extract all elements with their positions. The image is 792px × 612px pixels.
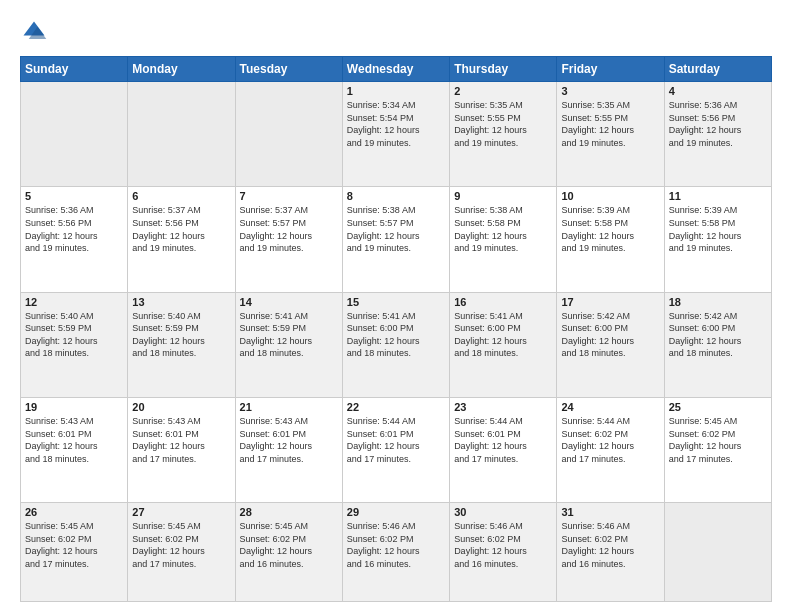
calendar-cell bbox=[128, 82, 235, 187]
calendar-cell: 23Sunrise: 5:44 AM Sunset: 6:01 PM Dayli… bbox=[450, 397, 557, 502]
day-number: 9 bbox=[454, 190, 552, 202]
calendar-week-row: 19Sunrise: 5:43 AM Sunset: 6:01 PM Dayli… bbox=[21, 397, 772, 502]
calendar-cell: 5Sunrise: 5:36 AM Sunset: 5:56 PM Daylig… bbox=[21, 187, 128, 292]
calendar-cell: 18Sunrise: 5:42 AM Sunset: 6:00 PM Dayli… bbox=[664, 292, 771, 397]
calendar-cell: 3Sunrise: 5:35 AM Sunset: 5:55 PM Daylig… bbox=[557, 82, 664, 187]
day-info: Sunrise: 5:36 AM Sunset: 5:56 PM Dayligh… bbox=[669, 99, 767, 149]
calendar-cell: 28Sunrise: 5:45 AM Sunset: 6:02 PM Dayli… bbox=[235, 503, 342, 602]
calendar-cell bbox=[235, 82, 342, 187]
day-info: Sunrise: 5:37 AM Sunset: 5:56 PM Dayligh… bbox=[132, 204, 230, 254]
calendar-week-row: 5Sunrise: 5:36 AM Sunset: 5:56 PM Daylig… bbox=[21, 187, 772, 292]
day-number: 20 bbox=[132, 401, 230, 413]
calendar-week-row: 1Sunrise: 5:34 AM Sunset: 5:54 PM Daylig… bbox=[21, 82, 772, 187]
day-info: Sunrise: 5:35 AM Sunset: 5:55 PM Dayligh… bbox=[561, 99, 659, 149]
day-info: Sunrise: 5:43 AM Sunset: 6:01 PM Dayligh… bbox=[132, 415, 230, 465]
calendar-cell: 1Sunrise: 5:34 AM Sunset: 5:54 PM Daylig… bbox=[342, 82, 449, 187]
calendar-cell: 30Sunrise: 5:46 AM Sunset: 6:02 PM Dayli… bbox=[450, 503, 557, 602]
day-number: 22 bbox=[347, 401, 445, 413]
calendar-cell: 12Sunrise: 5:40 AM Sunset: 5:59 PM Dayli… bbox=[21, 292, 128, 397]
day-number: 13 bbox=[132, 296, 230, 308]
day-info: Sunrise: 5:45 AM Sunset: 6:02 PM Dayligh… bbox=[669, 415, 767, 465]
day-number: 23 bbox=[454, 401, 552, 413]
day-info: Sunrise: 5:41 AM Sunset: 6:00 PM Dayligh… bbox=[347, 310, 445, 360]
day-number: 31 bbox=[561, 506, 659, 518]
day-info: Sunrise: 5:38 AM Sunset: 5:58 PM Dayligh… bbox=[454, 204, 552, 254]
day-info: Sunrise: 5:46 AM Sunset: 6:02 PM Dayligh… bbox=[454, 520, 552, 570]
calendar-cell: 7Sunrise: 5:37 AM Sunset: 5:57 PM Daylig… bbox=[235, 187, 342, 292]
col-header-thursday: Thursday bbox=[450, 57, 557, 82]
day-number: 21 bbox=[240, 401, 338, 413]
calendar-cell: 26Sunrise: 5:45 AM Sunset: 6:02 PM Dayli… bbox=[21, 503, 128, 602]
day-number: 28 bbox=[240, 506, 338, 518]
calendar-cell: 6Sunrise: 5:37 AM Sunset: 5:56 PM Daylig… bbox=[128, 187, 235, 292]
day-number: 10 bbox=[561, 190, 659, 202]
day-number: 3 bbox=[561, 85, 659, 97]
calendar-cell: 21Sunrise: 5:43 AM Sunset: 6:01 PM Dayli… bbox=[235, 397, 342, 502]
day-number: 30 bbox=[454, 506, 552, 518]
day-info: Sunrise: 5:42 AM Sunset: 6:00 PM Dayligh… bbox=[669, 310, 767, 360]
calendar-cell: 19Sunrise: 5:43 AM Sunset: 6:01 PM Dayli… bbox=[21, 397, 128, 502]
day-number: 7 bbox=[240, 190, 338, 202]
col-header-monday: Monday bbox=[128, 57, 235, 82]
day-info: Sunrise: 5:39 AM Sunset: 5:58 PM Dayligh… bbox=[669, 204, 767, 254]
calendar-cell: 31Sunrise: 5:46 AM Sunset: 6:02 PM Dayli… bbox=[557, 503, 664, 602]
day-number: 11 bbox=[669, 190, 767, 202]
day-info: Sunrise: 5:36 AM Sunset: 5:56 PM Dayligh… bbox=[25, 204, 123, 254]
calendar-header-row: SundayMondayTuesdayWednesdayThursdayFrid… bbox=[21, 57, 772, 82]
day-number: 15 bbox=[347, 296, 445, 308]
day-info: Sunrise: 5:45 AM Sunset: 6:02 PM Dayligh… bbox=[25, 520, 123, 570]
day-number: 19 bbox=[25, 401, 123, 413]
day-info: Sunrise: 5:38 AM Sunset: 5:57 PM Dayligh… bbox=[347, 204, 445, 254]
day-info: Sunrise: 5:45 AM Sunset: 6:02 PM Dayligh… bbox=[132, 520, 230, 570]
calendar-cell: 13Sunrise: 5:40 AM Sunset: 5:59 PM Dayli… bbox=[128, 292, 235, 397]
day-info: Sunrise: 5:44 AM Sunset: 6:02 PM Dayligh… bbox=[561, 415, 659, 465]
day-number: 18 bbox=[669, 296, 767, 308]
day-info: Sunrise: 5:45 AM Sunset: 6:02 PM Dayligh… bbox=[240, 520, 338, 570]
calendar-cell: 8Sunrise: 5:38 AM Sunset: 5:57 PM Daylig… bbox=[342, 187, 449, 292]
day-number: 16 bbox=[454, 296, 552, 308]
day-info: Sunrise: 5:40 AM Sunset: 5:59 PM Dayligh… bbox=[25, 310, 123, 360]
day-number: 2 bbox=[454, 85, 552, 97]
calendar-cell bbox=[21, 82, 128, 187]
calendar-cell: 29Sunrise: 5:46 AM Sunset: 6:02 PM Dayli… bbox=[342, 503, 449, 602]
day-info: Sunrise: 5:46 AM Sunset: 6:02 PM Dayligh… bbox=[561, 520, 659, 570]
col-header-wednesday: Wednesday bbox=[342, 57, 449, 82]
day-info: Sunrise: 5:37 AM Sunset: 5:57 PM Dayligh… bbox=[240, 204, 338, 254]
day-number: 17 bbox=[561, 296, 659, 308]
calendar-cell bbox=[664, 503, 771, 602]
col-header-friday: Friday bbox=[557, 57, 664, 82]
day-number: 4 bbox=[669, 85, 767, 97]
calendar-week-row: 12Sunrise: 5:40 AM Sunset: 5:59 PM Dayli… bbox=[21, 292, 772, 397]
day-number: 24 bbox=[561, 401, 659, 413]
day-info: Sunrise: 5:40 AM Sunset: 5:59 PM Dayligh… bbox=[132, 310, 230, 360]
logo bbox=[20, 18, 52, 46]
calendar-week-row: 26Sunrise: 5:45 AM Sunset: 6:02 PM Dayli… bbox=[21, 503, 772, 602]
day-info: Sunrise: 5:41 AM Sunset: 6:00 PM Dayligh… bbox=[454, 310, 552, 360]
day-number: 25 bbox=[669, 401, 767, 413]
col-header-saturday: Saturday bbox=[664, 57, 771, 82]
calendar-cell: 10Sunrise: 5:39 AM Sunset: 5:58 PM Dayli… bbox=[557, 187, 664, 292]
day-info: Sunrise: 5:43 AM Sunset: 6:01 PM Dayligh… bbox=[25, 415, 123, 465]
calendar-cell: 14Sunrise: 5:41 AM Sunset: 5:59 PM Dayli… bbox=[235, 292, 342, 397]
day-info: Sunrise: 5:35 AM Sunset: 5:55 PM Dayligh… bbox=[454, 99, 552, 149]
day-info: Sunrise: 5:34 AM Sunset: 5:54 PM Dayligh… bbox=[347, 99, 445, 149]
calendar-cell: 16Sunrise: 5:41 AM Sunset: 6:00 PM Dayli… bbox=[450, 292, 557, 397]
calendar-cell: 9Sunrise: 5:38 AM Sunset: 5:58 PM Daylig… bbox=[450, 187, 557, 292]
calendar-cell: 20Sunrise: 5:43 AM Sunset: 6:01 PM Dayli… bbox=[128, 397, 235, 502]
day-info: Sunrise: 5:44 AM Sunset: 6:01 PM Dayligh… bbox=[347, 415, 445, 465]
day-number: 26 bbox=[25, 506, 123, 518]
day-number: 29 bbox=[347, 506, 445, 518]
calendar-cell: 25Sunrise: 5:45 AM Sunset: 6:02 PM Dayli… bbox=[664, 397, 771, 502]
day-number: 8 bbox=[347, 190, 445, 202]
calendar-cell: 15Sunrise: 5:41 AM Sunset: 6:00 PM Dayli… bbox=[342, 292, 449, 397]
day-info: Sunrise: 5:44 AM Sunset: 6:01 PM Dayligh… bbox=[454, 415, 552, 465]
day-number: 1 bbox=[347, 85, 445, 97]
calendar-table: SundayMondayTuesdayWednesdayThursdayFrid… bbox=[20, 56, 772, 602]
calendar-cell: 17Sunrise: 5:42 AM Sunset: 6:00 PM Dayli… bbox=[557, 292, 664, 397]
calendar-cell: 27Sunrise: 5:45 AM Sunset: 6:02 PM Dayli… bbox=[128, 503, 235, 602]
day-info: Sunrise: 5:46 AM Sunset: 6:02 PM Dayligh… bbox=[347, 520, 445, 570]
logo-icon bbox=[20, 18, 48, 46]
day-number: 12 bbox=[25, 296, 123, 308]
day-number: 6 bbox=[132, 190, 230, 202]
page: SundayMondayTuesdayWednesdayThursdayFrid… bbox=[0, 0, 792, 612]
